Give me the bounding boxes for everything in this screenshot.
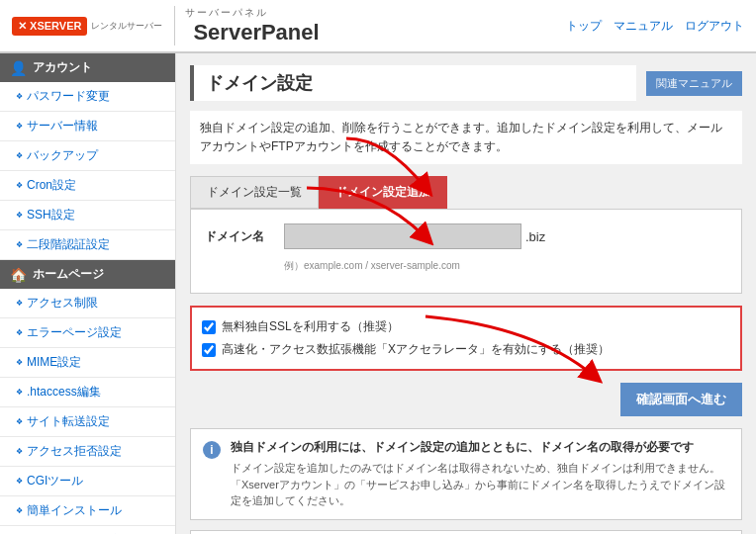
tab-domain-list[interactable]: ドメイン設定一覧 — [190, 176, 319, 209]
submit-button[interactable]: 確認画面へ進む — [620, 383, 742, 416]
tab-domain-add[interactable]: ドメイン設定追加 — [319, 176, 447, 209]
checkbox-area: 無料独自SSLを利用する（推奨） 高速化・アクセス数拡張機能「Xアクセラレータ」… — [190, 306, 742, 371]
domain-suffix: .biz — [525, 229, 545, 244]
domain-placeholder-hint: 例）example.com / xserver-sample.com — [284, 259, 727, 273]
sidebar-item-mime[interactable]: MIME設定 — [0, 348, 175, 378]
server-panel-title: ServerPanel — [193, 20, 319, 45]
info-box-1: i 独自ドメインの利用には、ドメイン設定の追加とともに、ドメイン名の取得が必要で… — [190, 428, 742, 520]
sidebar-item-server-info[interactable]: サーバー情報 — [0, 112, 175, 141]
accelerator-checkbox[interactable] — [202, 343, 216, 357]
logo-subtext: レンタルサーバー — [91, 21, 162, 32]
domain-name-row: ドメイン名 .biz — [205, 223, 727, 249]
sidebar-item-access-deny[interactable]: アクセス拒否設定 — [0, 437, 175, 467]
description-text: 独自ドメイン設定の追加、削除を行うことができます。追加したドメイン設定を利用して… — [190, 111, 742, 164]
domain-input[interactable] — [284, 223, 521, 249]
header: ✕ XSERVER レンタルサーバー サーバーパネル ServerPanel ト… — [0, 0, 756, 53]
sidebar-item-cron[interactable]: Cron設定 — [0, 171, 175, 201]
x-icon: ✕ — [18, 20, 27, 32]
header-left: ✕ XSERVER レンタルサーバー サーバーパネル ServerPanel — [12, 6, 320, 45]
sidebar: 👤 アカウント パスワード変更 サーバー情報 バックアップ Cron設定 SSH… — [0, 53, 176, 534]
account-icon: 👤 — [10, 60, 27, 76]
sidebar-item-access-limit[interactable]: アクセス制限 — [0, 289, 175, 318]
nav-logout-link[interactable]: ログアウト — [685, 18, 744, 35]
domain-label: ドメイン名 — [205, 228, 284, 245]
tabs: ドメイン設定一覧 ドメイン設定追加 — [190, 176, 742, 209]
sidebar-item-easy-install[interactable]: 簡単インストール — [0, 496, 175, 526]
info-box-2: i 追加したドメイン名が利用可能になるまで、最大で1時間程度かかります ドメイン… — [190, 530, 742, 534]
homepage-icon: 🏠 — [10, 267, 27, 283]
ssl-checkbox[interactable] — [202, 320, 216, 334]
submit-area: 確認画面へ進む — [190, 383, 742, 416]
sidebar-item-error-page[interactable]: エラーページ設定 — [0, 318, 175, 348]
domain-form: ドメイン名 .biz 例）example.com / xserver-sampl… — [190, 209, 742, 294]
section-title: ドメイン設定 — [190, 65, 636, 101]
server-panel-subtitle: サーバーパネル — [185, 6, 319, 20]
nav-manual-link[interactable]: マニュアル — [614, 18, 673, 35]
sidebar-account-label: アカウント — [33, 59, 92, 76]
header-nav: トップ マニュアル ログアウト — [566, 18, 744, 35]
ssl-label: 無料独自SSLを利用する（推奨） — [222, 318, 399, 335]
nav-top-link[interactable]: トップ — [566, 18, 602, 35]
info-title-1: 独自ドメインの利用には、ドメイン設定の追加とともに、ドメイン名の取得が必要です — [231, 439, 729, 456]
xserver-logo: ✕ XSERVER レンタルサーバー — [12, 17, 162, 36]
sidebar-account-header: 👤 アカウント — [0, 53, 175, 82]
sidebar-item-webfont[interactable]: Webフォント設定 — [0, 526, 175, 534]
logo-brand: XSERVER — [30, 20, 81, 32]
info-content-1: 独自ドメインの利用には、ドメイン設定の追加とともに、ドメイン名の取得が必要です … — [231, 439, 729, 509]
sidebar-homepage-header: 🏠 ホームページ — [0, 260, 175, 289]
sidebar-item-cgi[interactable]: CGIツール — [0, 467, 175, 496]
layout: 👤 アカウント パスワード変更 サーバー情報 バックアップ Cron設定 SSH… — [0, 53, 756, 534]
sidebar-homepage-label: ホームページ — [33, 266, 104, 283]
main-content: ドメイン設定 関連マニュアル 独自ドメイン設定の追加、削除を行うことができます。… — [176, 53, 756, 534]
manual-button[interactable]: 関連マニュアル — [646, 71, 742, 96]
sidebar-item-redirect[interactable]: サイト転送設定 — [0, 407, 175, 437]
domain-input-group: .biz — [284, 223, 545, 249]
section-header: ドメイン設定 関連マニュアル — [190, 65, 742, 101]
ssl-checkbox-row: 無料独自SSLを利用する（推奨） — [202, 315, 730, 338]
sidebar-item-2fa[interactable]: 二段階認証設定 — [0, 230, 175, 260]
sidebar-item-backup[interactable]: バックアップ — [0, 141, 175, 171]
xserver-logo-icon: ✕ XSERVER — [12, 17, 87, 36]
info-body-1: ドメイン設定を追加したのみではドメイン名は取得されないため、独自ドメインは利用で… — [231, 460, 729, 509]
sidebar-item-ssh[interactable]: SSH設定 — [0, 201, 175, 230]
accelerator-checkbox-row: 高速化・アクセス数拡張機能「Xアクセラレータ」を有効にする（推奨） — [202, 338, 730, 361]
info-icon-1: i — [203, 441, 221, 459]
sidebar-item-password[interactable]: パスワード変更 — [0, 82, 175, 112]
sidebar-item-htaccess[interactable]: .htaccess編集 — [0, 378, 175, 407]
accelerator-label: 高速化・アクセス数拡張機能「Xアクセラレータ」を有効にする（推奨） — [222, 341, 610, 358]
